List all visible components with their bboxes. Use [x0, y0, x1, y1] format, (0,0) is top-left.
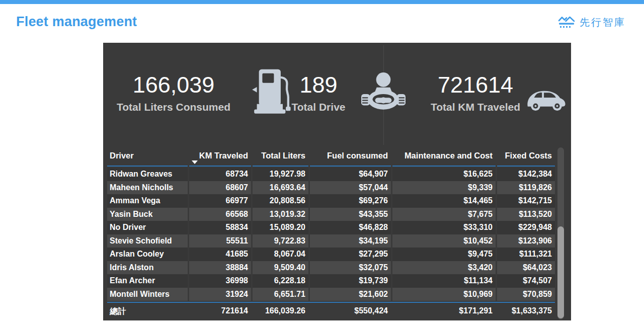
kpi-total-km: 721614 Total KM Traveled [415, 72, 536, 113]
cell-km: 38884 [189, 261, 251, 275]
cell-fixed: $229,948 [497, 221, 555, 234]
cell-km: 55511 [189, 234, 251, 248]
table-row[interactable]: No Driver 58834 15,089.20 $46,828 $33,31… [107, 221, 555, 234]
cell-maintenance: $33,310 [392, 221, 496, 234]
cell-liters: 19,927.98 [253, 168, 308, 181]
total-km: 721614 [189, 303, 251, 317]
table-scrollbar-track[interactable] [557, 147, 564, 319]
kpi-value: 189 [288, 72, 349, 98]
cell-fuel: $46,828 [310, 221, 391, 234]
table-row[interactable]: Efan Archer 36998 6,228.18 $19,739 $11,1… [107, 274, 555, 288]
cell-maintenance: $14,465 [392, 194, 496, 208]
brand-logo: 先行智庫 [558, 15, 626, 29]
cell-km: 58834 [189, 221, 251, 234]
cell-km: 41685 [189, 248, 251, 261]
column-header-maintenance-cost[interactable]: Maintenance and Cost [392, 147, 496, 167]
total-fixed: $1,633,375 [497, 303, 555, 317]
cell-driver: Montell Winters [107, 288, 188, 301]
cell-fuel: $64,907 [310, 168, 391, 181]
cell-fixed: $111,321 [497, 248, 555, 261]
table-body: Ridwan Greaves 68734 19,927.98 $64,907 $… [107, 168, 555, 301]
cell-driver: Stevie Schofield [107, 234, 188, 248]
cell-driver: No Driver [107, 221, 188, 234]
cell-fixed: $123,906 [497, 234, 555, 248]
column-header-fixed-costs[interactable]: Fixed Costs [497, 147, 555, 167]
top-accent-bar [0, 0, 644, 4]
cell-fuel: $69,276 [310, 194, 391, 208]
table-row[interactable]: Yasin Buck 66568 13,019.32 $43,355 $7,67… [107, 208, 555, 221]
cell-driver: Maheen Nicholls [107, 181, 188, 195]
cell-liters: 9,509.40 [253, 261, 308, 275]
cell-maintenance: $9,475 [392, 248, 496, 261]
cell-liters: 15,089.20 [253, 221, 308, 234]
cell-liters: 13,019.32 [253, 208, 308, 221]
total-label: 總計 [107, 303, 188, 317]
cell-fixed: $142,384 [497, 168, 555, 181]
car-icon [525, 86, 566, 112]
column-header-driver[interactable]: Driver [107, 147, 188, 167]
cell-driver: Yasin Buck [107, 208, 188, 221]
table-row[interactable]: Montell Winters 31924 6,651.71 $21,602 $… [107, 288, 555, 301]
table-header: Driver KM Traveled Total Liters Fuel con… [107, 147, 555, 167]
cell-fuel: $21,602 [310, 288, 391, 301]
cell-fixed: $113,520 [497, 208, 555, 221]
table-row[interactable]: Arslan Cooley 41685 8,067.04 $27,295 $9,… [107, 248, 555, 261]
total-liters: 166,039.26 [253, 303, 308, 317]
kpi-total-liters: 166,039 Total Liters Consumed [113, 72, 234, 113]
total-maintenance: $171,291 [392, 303, 496, 317]
driver-icon [361, 72, 406, 112]
cell-fuel: $19,739 [310, 274, 391, 288]
kpi-value: 166,039 [113, 72, 234, 98]
cell-liters: 8,067.04 [253, 248, 308, 261]
cell-liters: 6,228.18 [253, 274, 308, 288]
cell-maintenance: $10,969 [392, 288, 496, 301]
kpi-label: Total Liters Consumed [113, 101, 234, 113]
cell-maintenance: $3,420 [392, 261, 496, 275]
cell-fuel: $34,195 [310, 234, 391, 248]
cell-liters: 20,808.56 [253, 194, 308, 208]
cell-liters: 9,722.83 [253, 234, 308, 248]
table-row[interactable]: Amman Vega 66977 20,808.56 $69,276 $14,4… [107, 194, 555, 208]
brand-name: 先行智庫 [580, 16, 626, 29]
sort-descending-icon [192, 160, 198, 164]
cell-km: 68607 [189, 181, 251, 195]
cell-maintenance: $10,452 [392, 234, 496, 248]
page-title: Fleet management [16, 14, 137, 30]
cell-driver: Arslan Cooley [107, 248, 188, 261]
cell-maintenance: $7,675 [392, 208, 496, 221]
cell-driver: Efan Archer [107, 274, 188, 288]
cell-fixed: $70,859 [497, 288, 555, 301]
table-row[interactable]: Maheen Nicholls 68607 16,693.64 $57,044 … [107, 181, 555, 195]
kpi-label: Total KM Traveled [415, 101, 536, 113]
brand-logo-icon [558, 15, 575, 29]
column-header-total-liters[interactable]: Total Liters [253, 147, 308, 167]
table-row[interactable]: Idris Alston 38884 9,509.40 $32,075 $3,4… [107, 261, 555, 275]
total-fuel: $550,424 [310, 303, 391, 317]
cell-km: 66977 [189, 194, 251, 208]
cell-fixed: $119,826 [497, 181, 555, 195]
cell-fixed: $64,023 [497, 261, 555, 275]
table-total-row: 總計 721614 166,039.26 $550,424 $171,291 $… [107, 302, 555, 315]
kpi-total-drive: 189 Total Drive [288, 72, 349, 113]
column-header-fuel-consumed[interactable]: Fuel consumed [310, 147, 391, 167]
cell-km: 31924 [189, 288, 251, 301]
cell-fuel: $32,075 [310, 261, 391, 275]
cell-fuel: $27,295 [310, 248, 391, 261]
kpi-value: 721614 [415, 72, 536, 98]
cell-fixed: $74,507 [497, 274, 555, 288]
cell-maintenance: $9,339 [392, 181, 496, 195]
cell-driver: Ridwan Greaves [107, 168, 188, 181]
table-row[interactable]: Stevie Schofield 55511 9,722.83 $34,195 … [107, 234, 555, 248]
cell-fuel: $57,044 [310, 181, 391, 195]
cell-driver: Amman Vega [107, 194, 188, 208]
cell-km: 36998 [189, 274, 251, 288]
cell-fixed: $142,715 [497, 194, 555, 208]
table-scrollbar-thumb[interactable] [557, 226, 564, 318]
dashboard-panel: 166,039 Total Liters Consumed 189 Total … [103, 43, 571, 320]
column-header-km-traveled[interactable]: KM Traveled [189, 147, 251, 167]
table-row[interactable]: Ridwan Greaves 68734 19,927.98 $64,907 $… [107, 168, 555, 181]
fuel-pump-icon [251, 68, 292, 114]
cell-liters: 16,693.64 [253, 181, 308, 195]
cell-km: 68734 [189, 168, 251, 181]
kpi-label: Total Drive [288, 101, 349, 113]
